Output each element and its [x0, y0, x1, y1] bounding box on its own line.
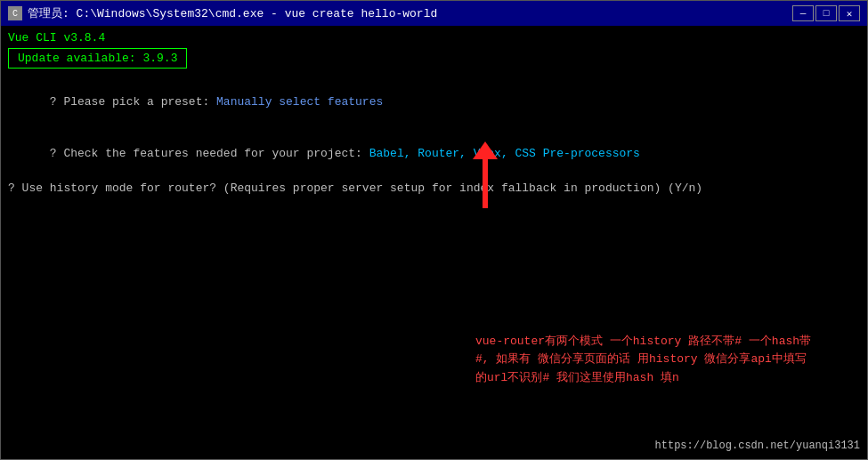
maximize-button[interactable]: □ [815, 5, 837, 21]
line1-highlight: Manually select features [216, 95, 383, 109]
line2-highlight: Babel, Router, Vuex, CSS Pre-processors [369, 147, 640, 160]
arrow-up-triangle [473, 141, 498, 159]
title-bar-controls: — □ ✕ [792, 5, 860, 21]
watermark: https://blog.csdn.net/yuanqi3131 [655, 440, 860, 452]
title-bar: C 管理员: C:\Windows\System32\cmd.exe - vue… [1, 1, 867, 26]
cmd-icon: C [8, 6, 22, 20]
arrow-shaft [483, 159, 488, 208]
update-box: Update available: 3.9.3 [8, 48, 187, 69]
line1: ? Please pick a preset: Manually select … [8, 76, 860, 128]
close-button[interactable]: ✕ [839, 5, 860, 21]
line2-prefix: ? Check the features needed for your pro… [50, 147, 369, 160]
annotation-box: vue-router有两个模式 一个history 路径不带# 一个hash带#… [475, 333, 814, 388]
arrow-container [473, 141, 498, 208]
line3: ? Use history mode for router? (Requires… [8, 180, 860, 198]
annotation-text: vue-router有两个模式 一个history 路径不带# 一个hash带#… [475, 335, 811, 385]
cmd-window: C 管理员: C:\Windows\System32\cmd.exe - vue… [0, 0, 868, 460]
line2: ? Check the features needed for your pro… [8, 128, 860, 181]
line1-prefix: ? Please pick a preset: [50, 95, 216, 109]
vue-version-line: Vue CLI v3.8.4 [8, 31, 860, 44]
title-bar-text: 管理员: C:\Windows\System32\cmd.exe - vue c… [28, 5, 437, 21]
minimize-button[interactable]: — [792, 5, 814, 21]
title-bar-left: C 管理员: C:\Windows\System32\cmd.exe - vue… [8, 5, 437, 21]
console-body: Vue CLI v3.8.4 Update available: 3.9.3 ?… [1, 26, 867, 459]
